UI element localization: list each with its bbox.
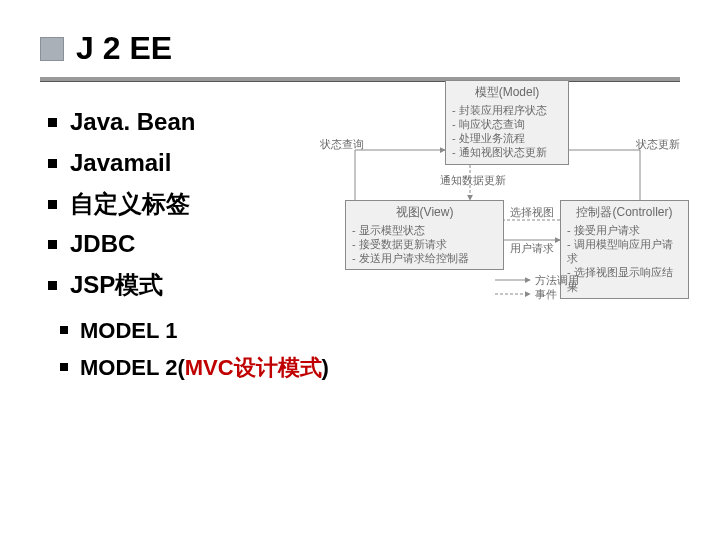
controller-box: 控制器(Controller) - 接受用户请求 - 调用模型响应用户请求 - … [560,200,689,299]
view-box: 视图(View) - 显示模型状态 - 接受数据更新请求 - 发送用户请求给控制… [345,200,504,270]
bullet-custom-tag: 自定义标签 [70,184,340,225]
controller-line-0: - 接受用户请求 [567,223,682,237]
model-line-1: - 响应状态查询 [452,117,562,131]
label-status-update: 状态更新 [636,138,680,152]
label-status-query: 状态查询 [320,138,364,152]
bullet-javabean: Java. Bean [70,102,340,143]
slide: J 2 EE Java. Bean Javamail 自定义标签 JDBC JS… [0,0,720,540]
view-title: 视图(View) [352,205,497,221]
sub-bullet-model2: MODEL 2(MVC设计模式) [80,349,340,386]
view-line-2: - 发送用户请求给控制器 [352,251,497,265]
model-title: 模型(Model) [452,85,562,101]
controller-line-1: - 调用模型响应用户请求 [567,237,682,266]
label-select-view: 选择视图 [510,206,554,220]
label-user-request: 用户请求 [510,242,554,256]
model2-prefix: MODEL 2( [80,355,185,380]
slide-title: J 2 EE [76,30,172,67]
model-line-2: - 处理业务流程 [452,131,562,145]
view-line-0: - 显示模型状态 [352,223,497,237]
bullet-list: Java. Bean Javamail 自定义标签 JDBC JSP模式 MOD… [40,102,340,387]
controller-line-2: - 选择视图显示响应结果 [567,265,682,294]
title-bullet-icon [40,37,64,61]
sub-bullet-model1: MODEL 1 [80,312,340,349]
model2-mvc: MVC设计模式 [185,355,322,380]
bullet-javamail: Javamail [70,143,340,184]
title-row: J 2 EE [40,30,680,67]
controller-title: 控制器(Controller) [567,205,682,221]
model-line-3: - 通知视图状态更新 [452,145,562,159]
legend-call: 方法调用 [535,274,579,288]
label-notify-update: 通知数据更新 [440,174,506,188]
model-box: 模型(Model) - 封装应用程序状态 - 响应状态查询 - 处理业务流程 -… [445,80,569,165]
bullet-jspmode: JSP模式 [70,265,340,306]
legend-event: 事件 [535,288,557,302]
bullet-jdbc: JDBC [70,224,340,265]
model2-suffix: ) [322,355,329,380]
model-line-0: - 封装应用程序状态 [452,103,562,117]
view-line-1: - 接受数据更新请求 [352,237,497,251]
mvc-diagram: 模型(Model) - 封装应用程序状态 - 响应状态查询 - 处理业务流程 -… [320,80,680,300]
